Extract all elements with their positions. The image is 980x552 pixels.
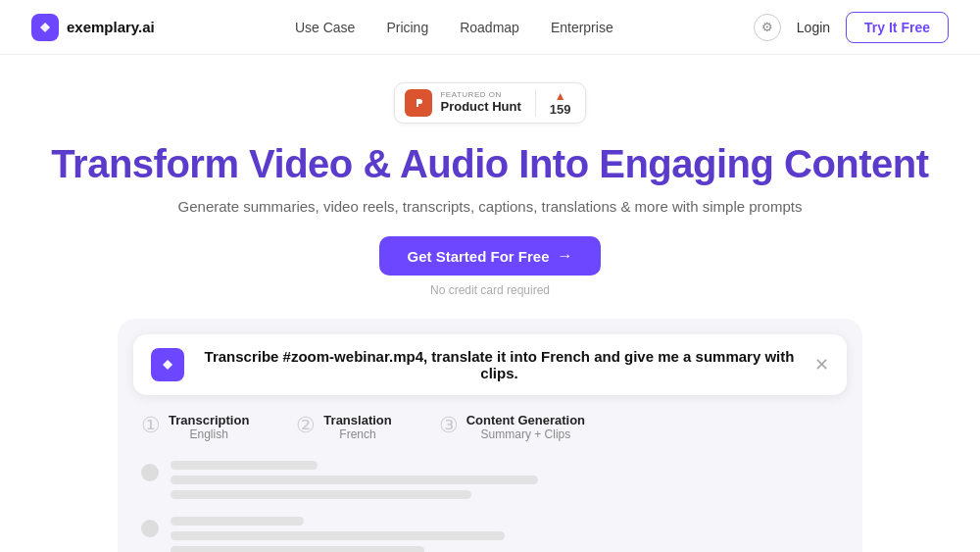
nav-item-pricing[interactable]: Pricing — [386, 19, 428, 36]
step-1: ① Transcription English — [141, 413, 249, 441]
cta-arrow-icon: → — [558, 247, 573, 265]
logo-icon — [31, 14, 59, 41]
step-2: ② Translation French — [296, 413, 391, 441]
step-3-info: Content Generation Summary + Clips — [466, 413, 585, 441]
cta-label: Get Started For Free — [407, 248, 549, 265]
ph-logo-icon — [405, 89, 432, 117]
skeleton-line — [171, 517, 304, 526]
step-3-value: Summary + Clips — [466, 427, 585, 441]
skeleton-row-2 — [141, 517, 839, 552]
logo[interactable]: exemplary.ai — [31, 14, 155, 41]
skeleton-line — [171, 490, 471, 499]
skeleton-line — [171, 531, 505, 540]
demo-area: Transcribe #zoom-webinar.mp4, translate … — [118, 319, 862, 552]
skeleton-line — [171, 461, 318, 470]
ph-count-number: 159 — [550, 102, 571, 117]
prompt-bar: Transcribe #zoom-webinar.mp4, translate … — [133, 334, 847, 395]
product-hunt-badge[interactable]: FEATURED ON Product Hunt ▲ 159 — [394, 82, 585, 124]
login-button[interactable]: Login — [797, 20, 830, 35]
skeleton-lines — [171, 461, 839, 499]
step-1-value: English — [169, 427, 249, 441]
step-2-info: Translation French — [323, 413, 391, 441]
close-icon[interactable]: ✕ — [814, 354, 829, 376]
prompt-text: Transcribe #zoom-webinar.mp4, translate … — [198, 348, 801, 381]
prompt-brand-icon — [151, 348, 184, 381]
skeleton-circle — [141, 464, 159, 481]
steps-row: ① Transcription English ② Translation Fr… — [118, 395, 862, 451]
ph-arrow-icon: ▲ — [555, 90, 566, 102]
step-2-label: Translation — [323, 413, 391, 427]
settings-icon[interactable]: ⚙ — [754, 14, 781, 41]
get-started-button[interactable]: Get Started For Free → — [379, 236, 600, 276]
logo-text: exemplary.ai — [67, 19, 155, 35]
step-1-label: Transcription — [169, 413, 249, 427]
navbar: exemplary.ai Use Case Pricing Roadmap En… — [0, 0, 980, 55]
step-3-label: Content Generation — [466, 413, 585, 427]
skeleton-line — [171, 476, 538, 484]
step-1-number: ① — [141, 415, 161, 436]
hero-section: FEATURED ON Product Hunt ▲ 159 Transform… — [0, 55, 980, 552]
try-it-free-button[interactable]: Try It Free — [846, 12, 949, 43]
skeleton-lines — [171, 517, 839, 552]
no-credit-card-text: No credit card required — [430, 283, 550, 297]
ph-product-hunt-label: Product Hunt — [440, 100, 520, 114]
hero-title: Transform Video & Audio Into Engaging Co… — [51, 141, 928, 186]
nav-item-roadmap[interactable]: Roadmap — [460, 19, 519, 36]
skeleton-line — [171, 546, 424, 552]
step-3-number: ③ — [439, 415, 459, 436]
nav-item-use-case[interactable]: Use Case — [295, 19, 355, 36]
nav-links: Use Case Pricing Roadmap Enterprise — [295, 19, 613, 36]
ph-divider — [535, 89, 536, 117]
skeleton-row-1 — [141, 461, 839, 499]
step-3: ③ Content Generation Summary + Clips — [439, 413, 585, 441]
ph-text: FEATURED ON Product Hunt — [440, 91, 520, 114]
step-2-value: French — [323, 427, 391, 441]
skeleton-circle — [141, 520, 159, 537]
nav-right: ⚙ Login Try It Free — [754, 12, 949, 43]
step-2-number: ② — [296, 415, 316, 436]
ph-vote-count: ▲ 159 — [550, 90, 571, 117]
nav-item-enterprise[interactable]: Enterprise — [551, 19, 613, 36]
hero-subtitle: Generate summaries, video reels, transcr… — [178, 198, 803, 215]
step-1-info: Transcription English — [169, 413, 249, 441]
skeleton-content — [118, 451, 862, 552]
